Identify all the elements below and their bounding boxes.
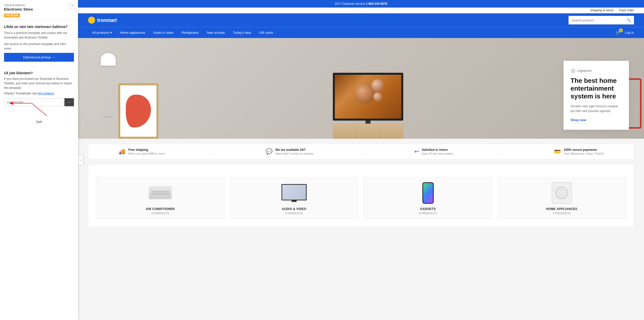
feature-divider-3 (503, 148, 504, 155)
sidebar-collapse-tab[interactable]: ‹ (78, 155, 83, 165)
section2-questions: Otázky? Kontaktujte náš tým podpory (4, 91, 74, 96)
nav: All products ▾ Home appliances Audio & v… (78, 27, 644, 38)
product-card-tv[interactable]: AUDIO & VIDEO 5 PRODUCTS (230, 177, 358, 219)
license-row: → (4, 98, 74, 106)
feature-text-return: Satisfied or return Easy 30-day return p… (422, 148, 453, 155)
return-icon: ↩ (414, 148, 419, 155)
tv-bubble-3 (373, 92, 382, 101)
hero-tv-setup (333, 73, 403, 139)
lamp-head (101, 53, 116, 66)
hero-card-logo: ○ Logoipsum (571, 68, 622, 73)
product-count-gadgets: 6 PRODUCTS (419, 212, 437, 215)
product-name-gadgets: GADGETS (420, 207, 436, 211)
section1-desc2: Get access to this premium template and … (4, 42, 74, 51)
feature-subtitle-return: Easy 30-day return policy (422, 152, 453, 155)
product-name-tv: AUDIO & VIDEO (282, 207, 306, 211)
section1-desc1: This is a premium template and comes wit… (4, 31, 74, 40)
product-name-appliances: HOME APPLIANCES (546, 207, 577, 211)
lamp-stem (108, 66, 109, 116)
section2-title: Už jste klientem? (4, 71, 74, 75)
washer-door (555, 187, 568, 199)
search-button[interactable]: 🔍 (624, 16, 634, 24)
payments-icon: 💳 (554, 148, 561, 155)
tv-product-icon (281, 184, 307, 200)
feature-title-return: Satisfied or return (422, 148, 453, 152)
logo-icon: ⚡ (88, 17, 95, 24)
product-count-tv: 5 PRODUCTS (285, 212, 303, 215)
nav-gift-cards[interactable]: Gift cards (255, 27, 277, 38)
feature-text-shipping: Free shipping When you spend $80 or more (128, 148, 165, 155)
hero-artwork (118, 83, 158, 139)
product-card-appliances[interactable]: HOME APPLIANCES 5 PRODUCTS (497, 177, 626, 219)
feature-subtitle-available: Need help? contact us anytime (275, 152, 313, 155)
feature-text-payments: 100% secure payments Visa, Mastercard, S… (564, 148, 603, 155)
phone-icon (422, 182, 434, 204)
license-input[interactable] (4, 98, 63, 106)
console-section-2 (356, 124, 380, 139)
feature-divider-2 (364, 148, 364, 155)
product-card-ac[interactable]: AIR CONDITIONER 4 PRODUCTS (96, 177, 225, 219)
header: ⚡ tronmart 🔍 (78, 13, 644, 27)
nav-home-appliances[interactable]: Home appliances (116, 27, 149, 38)
hero: ○ Logoipsum The best home entertainment … (78, 38, 644, 139)
products-grid: AIR CONDITIONER 4 PRODUCTS AUDIO & VIDEO… (96, 177, 626, 219)
license-submit-button[interactable]: → (64, 98, 74, 106)
console-section-3 (380, 124, 403, 139)
shipping-link[interactable]: Shipping & return (590, 9, 614, 12)
nav-right: 🛒 0 Log In (615, 30, 634, 35)
top-links: Shipping & return Track order (78, 8, 644, 13)
topbar-phone: 1-800-234-5678 (366, 2, 387, 6)
product-card-gadgets[interactable]: GADGETS 6 PRODUCTS (364, 177, 492, 219)
support-link[interactable]: tým podpory (37, 92, 54, 95)
product-count-ac: 4 PRODUCTS (151, 212, 169, 215)
hero-card-logo-text: Logoipsum (577, 69, 592, 73)
feature-divider-1 (215, 148, 215, 155)
lamp-base (103, 116, 113, 118)
feature-strip: 🚚 Free shipping When you spend $80 or mo… (88, 144, 634, 159)
nav-refrigerator[interactable]: Refrigerator (178, 27, 203, 38)
sidebar-header: Vybraná šablona: Electronic Store PREMIU… (0, 0, 78, 20)
logo: ⚡ tronmart (88, 17, 117, 24)
search-bar: 🔍 (569, 16, 634, 24)
section1-title: Líbila se vám tato startovací šablona? (4, 25, 74, 29)
unlock-label: Odemknout přístup → (23, 55, 55, 59)
tv-stand (366, 121, 371, 124)
sidebar-store-name: Electronic Store (4, 7, 74, 11)
login-button[interactable]: Log In (625, 31, 634, 34)
washer-icon (552, 182, 572, 204)
sidebar-template-label: Vybraná šablona: (4, 4, 74, 7)
back-link[interactable]: Zpět (4, 120, 74, 124)
shop-now-link[interactable]: Shop now (571, 118, 586, 122)
feature-return: ↩ Satisfied or return Easy 30-day return… (414, 148, 453, 155)
premium-badge: PREMIUM (4, 14, 20, 17)
nav-new-arrivals[interactable]: New arrivals (203, 27, 229, 38)
shipping-icon: 🚚 (118, 148, 125, 155)
search-input[interactable] (569, 16, 624, 24)
cart-badge: 0 (619, 28, 623, 32)
product-image-ac (148, 182, 173, 204)
tv-product-stand (292, 200, 297, 202)
tv-bubble-2 (371, 79, 384, 92)
nav-audio-video[interactable]: Audio & video (149, 27, 177, 38)
nav-all-products[interactable]: All products ▾ (88, 27, 116, 38)
ac-unit-icon (149, 187, 172, 199)
feature-subtitle-payments: Visa, Mastercard, Stripe, PayPal (564, 152, 603, 155)
top-bar: 24/7 Customer service 1-800-234-5678 (78, 0, 644, 8)
sidebar-section-template: Líbila se vám tato startovací šablona? T… (0, 20, 78, 66)
feature-title-payments: 100% secure payments (564, 148, 603, 152)
feature-title-available: We are available 24/7 (275, 148, 313, 152)
nav-todays-deal[interactable]: Today's deal (229, 27, 255, 38)
product-image-washer (549, 182, 574, 204)
cart-icon[interactable]: 🛒 0 (615, 30, 621, 35)
feature-subtitle-shipping: When you spend $80 or more (128, 152, 165, 155)
track-link[interactable]: Track order (619, 9, 634, 12)
sidebar-panel: Vybraná šablona: Electronic Store PREMIU… (0, 0, 78, 234)
hero-scene (78, 38, 644, 139)
close-button[interactable]: × (69, 3, 75, 9)
hero-title: The best home entertainment system is he… (571, 77, 622, 100)
product-image-phone (415, 182, 440, 204)
product-image-tv (281, 182, 307, 204)
hero-lamp (98, 53, 118, 139)
console-section-1 (333, 124, 356, 139)
unlock-button[interactable]: Odemknout přístup → (4, 53, 74, 62)
